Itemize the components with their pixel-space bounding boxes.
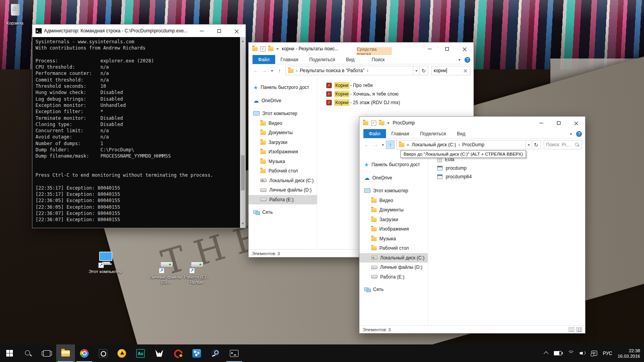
sidebar-item-work-e[interactable]: Работа (E:) (249, 195, 317, 205)
tab-view[interactable]: Вид (340, 55, 360, 64)
language-indicator[interactable]: РУС (603, 351, 612, 356)
sidebar-item-videos[interactable]: Видео (359, 196, 428, 206)
cmd-console[interactable]: Sysinternals - www.sysinternals.com With… (32, 37, 246, 228)
sidebar-item-downloads[interactable]: Загрузки (359, 215, 428, 225)
taskbar-utilities[interactable] (187, 344, 206, 362)
qat-customize-icon[interactable] (387, 122, 390, 125)
wifi-icon[interactable] (567, 351, 574, 356)
desktop-icon-work-shortcut[interactable]: Работа (E) - Ярлык (180, 256, 213, 285)
taskbar-foobar2000[interactable] (150, 344, 169, 362)
file-row[interactable]: Корни - Хочешь, я тебе спою (318, 90, 473, 98)
sidebar-item-music[interactable]: Музыка (249, 157, 317, 167)
qat-customize-icon[interactable] (276, 48, 279, 51)
volume-icon[interactable] (580, 351, 586, 356)
tab-file[interactable]: Файл (363, 129, 386, 138)
new-folder-qat-icon[interactable] (379, 121, 384, 125)
maximize-button[interactable] (550, 117, 568, 129)
sidebar-item-personal-files-d[interactable]: Личные файлы (D:) (359, 263, 428, 272)
ribbon-expand-icon[interactable] (570, 133, 572, 136)
sidebar-item-this-pc[interactable]: Этот компьютер (359, 186, 428, 196)
scrollbar-thumb[interactable] (241, 155, 245, 190)
sidebar-item-local-disk-c[interactable]: Локальный диск (C:) (359, 253, 428, 263)
sidebar-item-documents[interactable]: Документы (249, 128, 317, 138)
sidebar-item-network[interactable]: Сеть (359, 285, 428, 295)
sidebar-item-documents[interactable]: Документы (359, 205, 428, 215)
back-icon[interactable]: ← (252, 66, 260, 75)
up-icon[interactable]: ↑ (275, 66, 284, 75)
sidebar-item-personal-files-d[interactable]: Личные файлы (D:) (249, 185, 317, 195)
tab-home[interactable]: Главная (275, 55, 304, 64)
tab-share[interactable]: Поделиться (415, 129, 451, 138)
up-icon[interactable]: ↑ (386, 140, 395, 149)
maximize-button[interactable] (438, 43, 456, 55)
sidebar-item-music[interactable]: Музыка (359, 234, 428, 244)
task-view-button[interactable] (37, 344, 56, 362)
close-button[interactable] (228, 25, 246, 37)
help-icon[interactable]: ? (464, 57, 470, 63)
address-bar[interactable]: › Результаты поиска в "Работа" › (285, 66, 413, 75)
sidebar-item-onedrive[interactable]: ☁OneDrive (359, 173, 428, 183)
new-folder-qat-icon[interactable] (268, 47, 274, 51)
sidebar-item-this-pc[interactable]: Этот компьютер (249, 109, 317, 119)
properties-qat-icon[interactable] (371, 121, 376, 126)
back-icon[interactable]: ← (363, 140, 371, 149)
file-row[interactable]: procdump (429, 164, 585, 172)
minimize-button[interactable] (193, 25, 210, 37)
sidebar-item-local-disk-c[interactable]: Локальный диск (C:) (249, 176, 317, 186)
scroll-up-icon[interactable] (242, 39, 244, 42)
sidebar-item-desktop[interactable]: Рабочий стол (249, 166, 317, 176)
cmd-scrollbar[interactable] (240, 37, 246, 228)
breadcrumb[interactable]: Результаты поиска в "Работа" (300, 68, 365, 73)
ribbon-expand-icon[interactable] (458, 59, 461, 62)
tab-view[interactable]: Вид (451, 129, 471, 138)
explorer1-titlebar[interactable]: корни - Результаты поис... Средства поис… (249, 43, 473, 55)
taskbar-audition[interactable]: Au (131, 344, 150, 362)
taskbar-player[interactable] (94, 344, 112, 362)
sidebar-item-pictures[interactable]: Изображения (249, 147, 317, 157)
help-icon[interactable]: ? (576, 131, 582, 137)
start-button[interactable] (0, 344, 19, 362)
breadcrumb-drive[interactable]: Локальный диск (C:) (412, 142, 456, 147)
file-row[interactable]: Корни - 25 этаж (RDV DJ rmx) (318, 98, 473, 107)
properties-qat-icon[interactable] (260, 46, 265, 51)
tab-share[interactable]: Поделиться (304, 55, 340, 64)
desktop-icon-recycle-bin[interactable]: Корзина (0, 2, 32, 26)
maximize-button[interactable] (210, 25, 228, 37)
breadcrumb-folder[interactable]: ProcDump (462, 142, 484, 147)
file-row[interactable]: procdump64 (429, 172, 585, 181)
sidebar-item-downloads[interactable]: Загрузки (249, 138, 317, 147)
sidebar-item-pictures[interactable]: Изображения (359, 224, 428, 234)
tab-home[interactable]: Главная (386, 129, 415, 138)
minimize-button[interactable] (421, 43, 438, 55)
recent-locations-icon[interactable] (269, 66, 275, 75)
forward-icon[interactable]: → (371, 140, 380, 149)
sidebar-item-quick-access[interactable]: ★Панель быстрого дост (249, 83, 317, 92)
taskbar-ccleaner[interactable] (169, 344, 187, 362)
sidebar-item-onedrive[interactable]: ☁OneDrive (249, 96, 317, 106)
action-center-icon[interactable] (591, 351, 597, 356)
search-input[interactable]: корни (431, 66, 470, 75)
desktop-icon-personal-files[interactable]: Личные файлы (D)... (149, 256, 183, 285)
taskbar-search-button[interactable] (19, 344, 37, 362)
clock[interactable]: 22:38 16.03.2016 (617, 348, 640, 359)
search-input[interactable]: Поиск: Pr... (544, 140, 582, 149)
taskbar-steam[interactable] (206, 344, 225, 362)
sidebar-item-quick-access[interactable]: ★Панель быстрого дост (359, 160, 428, 170)
scroll-down-icon[interactable] (242, 223, 244, 226)
sidebar-item-work-e[interactable]: Работа (E:) (359, 272, 428, 282)
close-button[interactable] (568, 117, 585, 129)
battery-icon[interactable] (554, 351, 562, 355)
file-row[interactable]: Корни - Про тебя (318, 81, 473, 90)
sidebar-item-desktop[interactable]: Рабочий стол (359, 243, 428, 253)
tab-file[interactable]: Файл (253, 55, 275, 64)
cmd-titlebar[interactable]: Администратор: Командная строка - C:\Pro… (32, 25, 246, 37)
address-dropdown-icon[interactable] (413, 66, 420, 75)
refresh-icon[interactable]: ↻ (420, 66, 428, 75)
recent-locations-icon[interactable] (380, 140, 386, 149)
close-button[interactable] (456, 43, 473, 55)
taskbar-aimp[interactable] (112, 344, 131, 362)
taskbar-chrome[interactable] (75, 344, 94, 362)
address-dropdown-icon[interactable] (526, 140, 532, 149)
taskbar-file-explorer[interactable] (56, 344, 75, 362)
minimize-button[interactable] (532, 117, 550, 129)
